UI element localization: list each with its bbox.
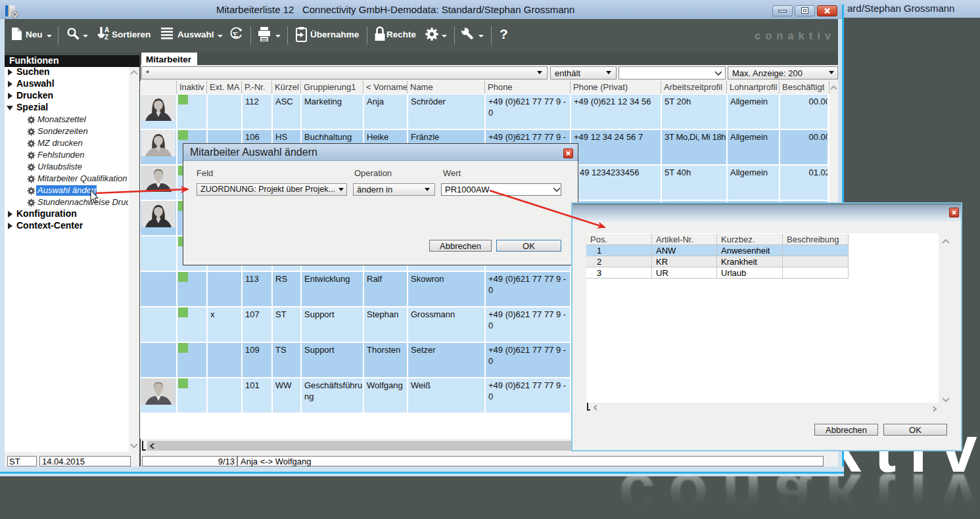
svg-text:Z: Z (105, 34, 108, 41)
svg-text:A: A (105, 26, 109, 34)
svg-text:Σ: Σ (233, 30, 239, 39)
